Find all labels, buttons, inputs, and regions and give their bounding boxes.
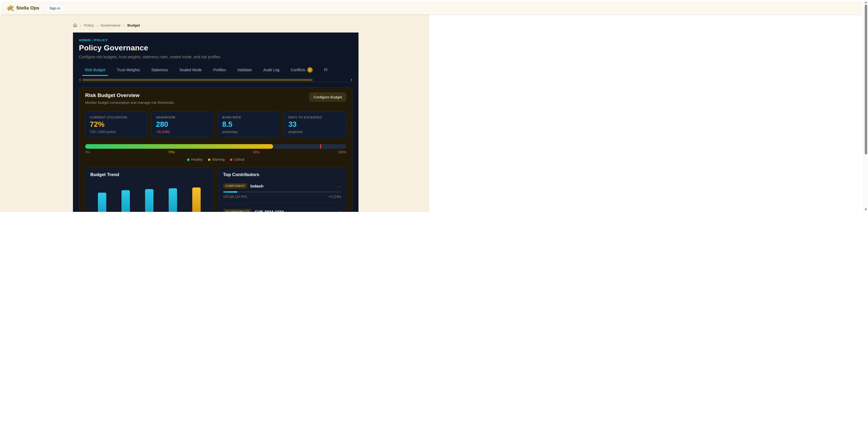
stat-headroom: HEADROOM 280 -20 (24h)	[151, 111, 214, 137]
contributor-points: 120 pts (12.0%)	[223, 195, 247, 199]
stats-grid: CURRENT UTILIZATION 72% 720 / 1000 point…	[85, 111, 346, 137]
utilization-legend: Healthy Warning Critical	[85, 158, 346, 161]
tab-validator[interactable]: Validator	[235, 66, 255, 76]
trend-bar	[169, 188, 177, 212]
page-background: › Policy › Governance › Budget ADMIN / P…	[0, 14, 429, 212]
trend-bar	[98, 193, 106, 212]
stat-sub: points/day	[222, 130, 276, 134]
top-bar: Stella Ops Sign in	[2, 2, 434, 14]
breadcrumb: › Policy › Governance › Budget	[73, 23, 429, 28]
tab-staleness[interactable]: Staleness	[149, 66, 170, 76]
tab-truncated[interactable]: Pl	[321, 66, 330, 76]
contributor-row-cve-2024-1234[interactable]: VULNERABILITY CVE-2024-1234 ↑ 95 pts (9.…	[223, 209, 341, 212]
brand-home-link[interactable]: Stella Ops	[7, 5, 39, 12]
page-subtitle: Configure risk budgets, trust weights, s…	[79, 55, 352, 59]
contributor-progress-fill	[223, 191, 237, 193]
breadcrumb-governance[interactable]: Governance	[101, 23, 121, 27]
trend-bar	[192, 188, 201, 212]
brand-name: Stella Ops	[16, 5, 39, 11]
budget-trend-panel: Budget Trend 12/1 12/8 12/15 12/22 12/29	[85, 167, 214, 212]
scroll-right-arrow-icon[interactable]	[351, 78, 352, 81]
legend-label: Critical	[234, 158, 244, 161]
breadcrumb-separator: ›	[80, 23, 81, 27]
breadcrumb-policy[interactable]: Policy	[84, 23, 94, 27]
scroll-left-arrow-icon[interactable]	[79, 78, 81, 81]
tab-conflicts[interactable]: Conflicts 2	[288, 66, 315, 76]
trend-flat-icon: →	[337, 184, 341, 188]
section-eyebrow: ADMIN / POLICY	[79, 38, 352, 42]
legend-label: Warning	[212, 158, 224, 161]
tab-sealed-mode[interactable]: Sealed Mode	[177, 66, 205, 76]
stat-value: 8.5	[222, 120, 276, 129]
trend-up-icon: ↑	[339, 209, 341, 212]
contributor-type-badge: COMPONENT	[223, 183, 248, 189]
tab-trust-weights[interactable]: Trust Weights	[114, 66, 143, 76]
stella-mascot-icon	[7, 5, 14, 12]
configure-budget-button[interactable]: Configure Budget	[309, 92, 346, 102]
breadcrumb-separator: ›	[123, 23, 125, 27]
divider	[223, 203, 341, 203]
stat-label: BURN RATE	[222, 116, 276, 119]
utilization-threshold-marker	[320, 144, 321, 149]
warning-dot-icon	[208, 159, 210, 161]
contributor-name: lodash	[250, 184, 263, 188]
overview-subtitle: Monitor budget consumption and manage ri…	[85, 100, 175, 105]
util-label: 0%	[85, 150, 90, 154]
tabs-scrollbar-thumb[interactable]	[83, 79, 313, 81]
budget-trend-chart	[90, 180, 209, 212]
contributor-name: CVE-2024-1234	[255, 209, 284, 212]
stat-value: 280	[156, 120, 209, 129]
stat-burn-rate: BURN RATE 8.5 points/day	[218, 111, 280, 137]
utilization-meter	[85, 144, 346, 149]
stat-sub: 720 / 1000 points	[90, 130, 143, 134]
sign-in-button[interactable]: Sign in	[45, 4, 64, 12]
risk-budget-overview-card: Risk Budget Overview Monitor budget cons…	[79, 87, 352, 212]
page-title: Policy Governance	[79, 44, 352, 52]
utilization-labels: 0% 70% 90% 100%	[85, 150, 346, 154]
budget-trend-title: Budget Trend	[90, 172, 209, 177]
critical-dot-icon	[230, 159, 232, 161]
tab-bar: Risk Budget Trust Weights Staleness Seal…	[82, 66, 352, 76]
policy-governance-panel: ADMIN / POLICY Policy Governance Configu…	[73, 33, 359, 212]
tabs-divider	[79, 82, 352, 82]
top-contributors-title: Top Contributors	[223, 172, 341, 177]
stat-label: CURRENT UTILIZATION	[90, 116, 143, 119]
healthy-dot-icon	[187, 159, 190, 161]
stat-sub: -20 (24h)	[156, 130, 209, 134]
stat-value: 72%	[90, 120, 143, 129]
conflicts-count-badge: 2	[307, 67, 313, 73]
stat-current-utilization: CURRENT UTILIZATION 72% 720 / 1000 point…	[85, 111, 148, 137]
breadcrumb-current: Budget	[127, 23, 140, 27]
contributor-progress	[223, 191, 341, 193]
tab-profiles[interactable]: Profiles	[210, 66, 228, 76]
trend-bar	[122, 190, 130, 212]
tabs-horizontal-scrollbar[interactable]	[79, 78, 352, 81]
breadcrumb-separator: ›	[96, 23, 98, 27]
stat-sub: projected	[288, 130, 342, 134]
util-label: 100%	[338, 150, 346, 154]
overview-title: Risk Budget Overview	[85, 92, 175, 98]
tabs-scrollbar-track[interactable]	[82, 79, 349, 81]
tab-audit-log[interactable]: Audit Log	[260, 66, 282, 76]
utilization-fill	[85, 144, 273, 149]
util-label: 70%	[168, 150, 175, 154]
trend-bar	[145, 189, 153, 212]
contributor-type-badge: VULNERABILITY	[223, 209, 252, 212]
stat-days-to-exceeded: DAYS TO EXCEEDED 33 projected	[284, 111, 346, 137]
stat-label: DAYS TO EXCEEDED	[288, 116, 342, 119]
home-icon[interactable]	[73, 23, 77, 27]
stat-label: HEADROOM	[156, 116, 209, 119]
top-contributors-panel: Top Contributors COMPONENT lodash → 120 …	[218, 167, 346, 212]
legend-label: Healthy	[191, 158, 203, 161]
contributor-row-lodash[interactable]: COMPONENT lodash → 120 pts (12.0%) +0 (2…	[223, 183, 341, 199]
contributor-delta: +0 (24h)	[329, 195, 341, 199]
tab-risk-budget[interactable]: Risk Budget	[82, 66, 108, 76]
stat-value: 33	[288, 120, 342, 129]
util-label: 90%	[253, 150, 259, 154]
